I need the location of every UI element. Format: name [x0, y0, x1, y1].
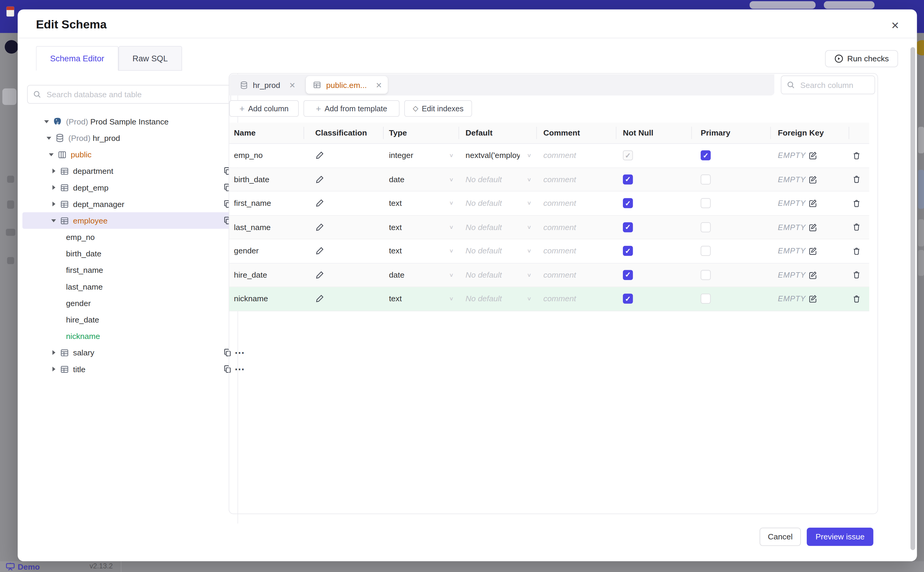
primary-checkbox[interactable]	[701, 246, 711, 256]
run-checks-button[interactable]: Run checks	[825, 50, 898, 67]
pencil-icon[interactable]	[315, 294, 324, 303]
column-name-cell[interactable]: last_name	[229, 215, 304, 239]
pencil-icon[interactable]	[315, 247, 324, 255]
edit-foreign-key-icon[interactable]	[809, 222, 817, 232]
trash-icon[interactable]	[852, 199, 861, 208]
tab[interactable]: Raw SQL	[118, 46, 182, 71]
edit-foreign-key-icon[interactable]	[809, 270, 817, 280]
comment-input[interactable]: comment	[543, 247, 576, 255]
caret-right-icon[interactable]	[51, 185, 56, 190]
column-name-cell[interactable]: first_name	[229, 191, 304, 215]
edit-foreign-key-icon[interactable]	[809, 199, 817, 208]
editor-tab-chip[interactable]: hr_prod ✕	[233, 76, 301, 94]
caret-right-icon[interactable]	[51, 367, 56, 371]
caret-down-icon[interactable]	[48, 153, 54, 156]
close-tab-icon[interactable]: ✕	[289, 81, 295, 89]
tree-item[interactable]: nickname	[18, 328, 237, 344]
comment-input[interactable]: comment	[543, 199, 576, 208]
column-name-cell[interactable]: gender	[229, 239, 304, 263]
default-select[interactable]: No default ∨	[465, 175, 536, 184]
default-select[interactable]: No default ∨	[465, 294, 536, 303]
trash-icon[interactable]	[852, 246, 861, 256]
tree-item[interactable]: last_name	[18, 278, 237, 295]
caret-right-icon[interactable]	[51, 169, 56, 174]
tree-item[interactable]: public ⋯	[18, 146, 237, 163]
sidebar-search[interactable]	[27, 85, 231, 104]
not-null-checkbox[interactable]	[623, 151, 633, 161]
default-select[interactable]: No default ∨	[465, 247, 536, 255]
type-select[interactable]: text ∨	[389, 294, 459, 303]
pencil-icon[interactable]	[315, 270, 324, 280]
tree-item[interactable]: birth_date	[18, 245, 237, 262]
tree-item[interactable]: dept_emp ⋯	[18, 179, 237, 196]
not-null-checkbox[interactable]	[623, 270, 633, 280]
pencil-icon[interactable]	[315, 222, 324, 232]
comment-input[interactable]: comment	[543, 294, 576, 303]
trash-icon[interactable]	[852, 175, 861, 184]
type-select[interactable]: integer ∨	[389, 151, 459, 160]
primary-checkbox[interactable]	[701, 151, 711, 161]
edit-indexes-button[interactable]: ◇ Edit indexes	[404, 100, 472, 117]
column-name-cell[interactable]: emp_no	[229, 144, 304, 167]
type-select[interactable]: text ∨	[389, 222, 459, 232]
tree-item[interactable]: salary ⋯	[18, 344, 237, 361]
tree-item[interactable]: employee ⋯	[18, 212, 237, 228]
trash-icon[interactable]	[852, 294, 861, 304]
primary-checkbox[interactable]	[701, 294, 711, 304]
tree-item[interactable]: dept_manager ⋯	[18, 196, 237, 212]
tree-item[interactable]: emp_no	[18, 229, 237, 245]
default-select[interactable]: No default ∨	[465, 270, 536, 280]
not-null-checkbox[interactable]	[623, 174, 633, 185]
not-null-checkbox[interactable]	[623, 222, 633, 232]
edit-foreign-key-icon[interactable]	[809, 151, 817, 160]
primary-checkbox[interactable]	[701, 270, 711, 280]
close-icon[interactable]: ✕	[889, 19, 902, 32]
tree-item[interactable]: first_name	[18, 262, 237, 278]
modal-scrollbar[interactable]	[910, 47, 915, 550]
edit-foreign-key-icon[interactable]	[809, 175, 817, 184]
edit-foreign-key-icon[interactable]	[809, 247, 817, 255]
add-column-button[interactable]: + Add column	[229, 100, 299, 117]
pencil-icon[interactable]	[315, 175, 324, 184]
tree-item[interactable]: gender	[18, 295, 237, 311]
not-null-checkbox[interactable]	[623, 246, 633, 256]
column-name-cell[interactable]: birth_date	[229, 168, 304, 191]
tree-item[interactable]: title ⋯	[18, 361, 237, 377]
column-search[interactable]	[781, 75, 875, 94]
default-select[interactable]: No default ∨	[465, 199, 536, 208]
pencil-icon[interactable]	[315, 199, 324, 208]
add-from-template-button[interactable]: + Add from template	[304, 100, 400, 117]
default-select[interactable]: No default ∨	[465, 222, 536, 232]
close-tab-icon[interactable]: ✕	[375, 81, 382, 89]
caret-down-icon[interactable]	[51, 219, 56, 222]
preview-issue-button[interactable]: Preview issue	[807, 528, 873, 546]
caret-right-icon[interactable]	[51, 350, 56, 355]
editor-tab-chip[interactable]: public.em... ✕	[306, 76, 388, 94]
caret-down-icon[interactable]	[43, 120, 50, 123]
tab[interactable]: Schema Editor	[36, 46, 118, 71]
type-select[interactable]: date ∨	[389, 270, 459, 280]
caret-right-icon[interactable]	[51, 202, 56, 207]
tree-item[interactable]: department ⋯	[18, 163, 237, 179]
edit-foreign-key-icon[interactable]	[809, 294, 817, 303]
primary-checkbox[interactable]	[701, 198, 711, 208]
comment-input[interactable]: comment	[543, 151, 576, 160]
column-name-cell[interactable]: nickname	[229, 287, 304, 311]
not-null-checkbox[interactable]	[623, 198, 633, 208]
type-select[interactable]: text ∨	[389, 199, 459, 208]
pencil-icon[interactable]	[315, 151, 324, 160]
comment-input[interactable]: comment	[543, 270, 576, 280]
not-null-checkbox[interactable]	[623, 294, 633, 304]
comment-input[interactable]: comment	[543, 222, 576, 232]
type-select[interactable]: date ∨	[389, 175, 459, 184]
column-name-cell[interactable]: hire_date	[229, 263, 304, 287]
trash-icon[interactable]	[852, 222, 861, 232]
sidebar-search-input[interactable]	[45, 89, 225, 99]
tree-item[interactable]: (Prod) hr_prod ⋯	[18, 130, 237, 146]
trash-icon[interactable]	[852, 151, 861, 160]
type-select[interactable]: text ∨	[389, 247, 459, 255]
tree-item[interactable]: hire_date	[18, 311, 237, 328]
tree-item[interactable]: (Prod) Prod Sample Instance	[18, 113, 237, 129]
comment-input[interactable]: comment	[543, 175, 576, 184]
primary-checkbox[interactable]	[701, 222, 711, 232]
